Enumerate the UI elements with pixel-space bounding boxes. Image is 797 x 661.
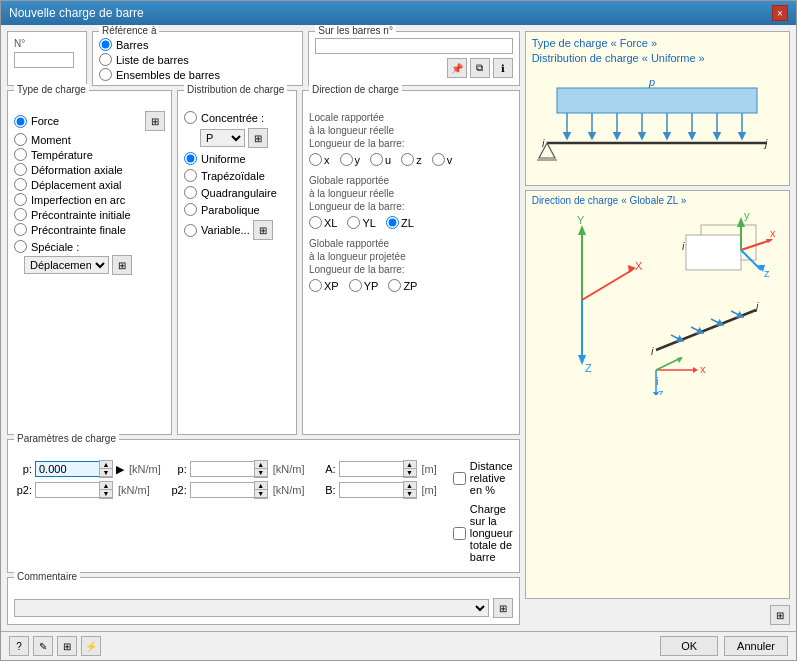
reference-ensembles[interactable]: Ensembles de barres: [99, 68, 296, 81]
A-input[interactable]: [339, 461, 404, 477]
charge-totale-label: Charge sur la longueur totale de barre: [470, 503, 513, 563]
dialog: Nouvelle charge de barre × N° 1 Référenc…: [0, 0, 797, 661]
edit-icon-btn[interactable]: ✎: [33, 636, 53, 656]
dist-uniforme[interactable]: Uniforme: [184, 152, 290, 165]
speciale-select[interactable]: Déplacement: [24, 256, 109, 274]
A-input-group: ▲ ▼: [339, 460, 417, 478]
surles-section: Sur les barres n° 📌 ⧉ ℹ: [308, 31, 519, 86]
local-radio: x y u z v: [309, 153, 513, 166]
dist-parabolique[interactable]: Parabolique: [184, 203, 290, 216]
local-group: Locale rapportéeà la longueur réelleLong…: [309, 111, 513, 166]
svg-text:i: i: [682, 240, 685, 252]
local-x[interactable]: x: [309, 153, 330, 166]
table-icon-btn[interactable]: ⊞: [57, 636, 77, 656]
dir-viz-title: Direction de charge « Globale ZL »: [532, 195, 783, 206]
reference-title: Référence à: [99, 25, 159, 36]
numero-input[interactable]: 1: [14, 52, 74, 68]
conc-select[interactable]: P: [200, 129, 245, 147]
ct-deformation-axiale[interactable]: Déformation axiale: [14, 163, 165, 176]
dist-trapezoidale[interactable]: Trapézoïdale: [184, 169, 290, 182]
conc-icon-btn[interactable]: ⊞: [248, 128, 268, 148]
A-unit: [m]: [422, 463, 437, 475]
dist-quadrangulaire[interactable]: Quadrangulaire: [184, 186, 290, 199]
B-input[interactable]: [339, 482, 404, 498]
dist-variable[interactable]: Variable...: [184, 224, 250, 237]
speciale-icon-btn[interactable]: ⊞: [112, 255, 132, 275]
variable-icon-btn[interactable]: ⊞: [253, 220, 273, 240]
p2-input[interactable]: [35, 482, 100, 498]
A-spinner[interactable]: ▲ ▼: [403, 460, 417, 478]
global-real-label: Globale rapportéeà la longueur réelleLon…: [309, 174, 513, 213]
p1-spinner[interactable]: ▲ ▼: [99, 460, 113, 478]
p4-input-group: ▲ ▼: [190, 481, 268, 499]
ok-button[interactable]: OK: [660, 636, 718, 656]
global-ZL[interactable]: ZL: [386, 216, 414, 229]
distribution-title: Distribution de charge: [184, 84, 287, 95]
charge-type-title: Type de charge: [14, 84, 89, 95]
charge-totale-checkbox[interactable]: Charge sur la longueur totale de barre: [453, 503, 513, 563]
ct-imperfection[interactable]: Imperfection en arc: [14, 193, 165, 206]
svg-marker-16: [578, 225, 586, 235]
viz-settings-btn[interactable]: ⊞: [770, 605, 790, 625]
ct-moment[interactable]: Moment: [14, 133, 165, 146]
local-z[interactable]: z: [401, 153, 422, 166]
title-bar: Nouvelle charge de barre ×: [1, 1, 796, 25]
commentaire-select[interactable]: [14, 599, 489, 617]
force-icon-btn[interactable]: ⊞: [145, 111, 165, 131]
distance-relative-checkbox[interactable]: Distance relative en %: [453, 460, 513, 496]
copy-icon-btn[interactable]: ⧉: [470, 58, 490, 78]
A-label: A:: [321, 463, 336, 475]
p2-label: p2:: [14, 484, 32, 496]
svg-text:p: p: [648, 78, 655, 88]
ct-precontrainte-fin[interactable]: Précontrainte finale: [14, 223, 165, 236]
p3-unit: [kN/m]: [273, 463, 305, 475]
global-XL[interactable]: XL: [309, 216, 337, 229]
svg-text:z: z: [764, 267, 770, 279]
svg-text:x: x: [700, 363, 706, 375]
reference-liste[interactable]: Liste de barres: [99, 53, 296, 66]
numero-section: N° 1: [7, 31, 87, 86]
ct-force[interactable]: Force: [14, 115, 59, 128]
lightning-icon-btn[interactable]: ⚡: [81, 636, 101, 656]
pin-icon-btn[interactable]: 📌: [447, 58, 467, 78]
svg-line-39: [671, 335, 681, 340]
global-proj-group: Globale rapportéeà la longueur projetéeL…: [309, 237, 513, 292]
ct-precontrainte-init[interactable]: Précontrainte initiale: [14, 208, 165, 221]
local-y[interactable]: y: [340, 153, 361, 166]
svg-text:Y: Y: [577, 214, 585, 226]
local-u[interactable]: u: [370, 153, 391, 166]
global-real-group: Globale rapportéeà la longueur réelleLon…: [309, 174, 513, 229]
local-v[interactable]: v: [432, 153, 453, 166]
p3-input[interactable]: [190, 461, 255, 477]
reference-radio-group: Barres Liste de barres Ensembles de barr…: [99, 38, 296, 81]
dist-concentree[interactable]: Concentrée :: [184, 111, 290, 124]
global-proj-label: Globale rapportéeà la longueur projetéeL…: [309, 237, 513, 276]
close-button[interactable]: ×: [772, 5, 788, 21]
beam-svg: p i j: [537, 78, 777, 173]
params-section: Paramètres de charge p: ▲ ▼ ▶: [7, 439, 520, 573]
p4-spinner[interactable]: ▲ ▼: [254, 481, 268, 499]
svg-line-18: [582, 270, 632, 300]
ct-speciale[interactable]: Spéciale :: [14, 240, 79, 253]
help-icon-btn[interactable]: ?: [9, 636, 29, 656]
ct-deplacement-axial[interactable]: Déplacement axial: [14, 178, 165, 191]
p2-spinner[interactable]: ▲ ▼: [99, 481, 113, 499]
B-spinner[interactable]: ▲ ▼: [403, 481, 417, 499]
ct-temperature[interactable]: Température: [14, 148, 165, 161]
p3-spinner[interactable]: ▲ ▼: [254, 460, 268, 478]
B-unit: [m]: [422, 484, 437, 496]
global-YL[interactable]: YL: [347, 216, 375, 229]
annuler-button[interactable]: Annuler: [724, 636, 788, 656]
reference-barres[interactable]: Barres: [99, 38, 296, 51]
global-XP[interactable]: XP: [309, 279, 339, 292]
commentaire-icon-btn[interactable]: ⊞: [493, 598, 513, 618]
global-ZP[interactable]: ZP: [388, 279, 417, 292]
bottom-icons: ? ✎ ⊞ ⚡: [9, 636, 101, 656]
svg-marker-44: [693, 367, 698, 373]
surles-input[interactable]: [315, 38, 512, 54]
p1-input[interactable]: [35, 461, 100, 477]
info-icon-btn[interactable]: ℹ: [493, 58, 513, 78]
p4-input[interactable]: [190, 482, 255, 498]
global-YP[interactable]: YP: [349, 279, 379, 292]
dir-viz-content: Y X Z: [532, 210, 783, 400]
